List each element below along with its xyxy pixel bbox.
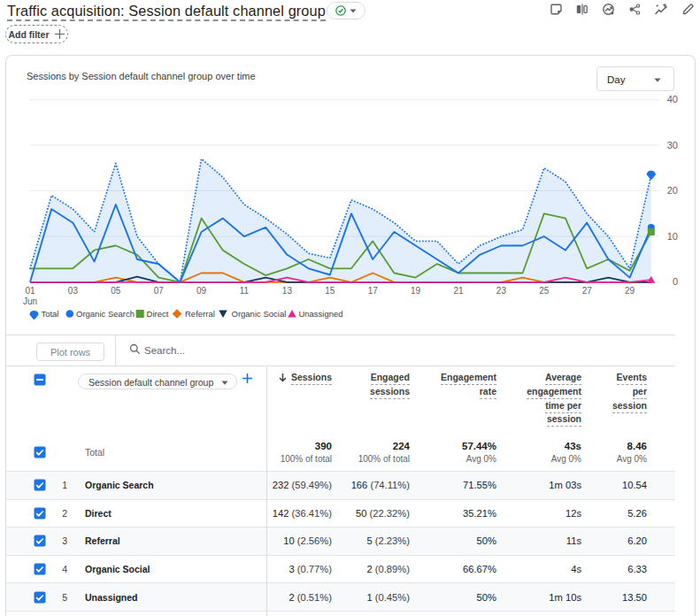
svg-text:19: 19 bbox=[411, 286, 421, 296]
svg-text:Organic Social: Organic Social bbox=[232, 309, 287, 319]
svg-text:11: 11 bbox=[240, 286, 250, 296]
svg-text:Referral: Referral bbox=[185, 309, 215, 319]
svg-text:05: 05 bbox=[111, 286, 121, 296]
svg-text:Organic Search: Organic Search bbox=[76, 309, 135, 319]
svg-text:40: 40 bbox=[667, 94, 678, 104]
svg-text:27: 27 bbox=[582, 286, 593, 296]
svg-text:Direct: Direct bbox=[147, 309, 169, 319]
svg-text:30: 30 bbox=[667, 140, 678, 150]
svg-text:25: 25 bbox=[539, 286, 550, 296]
svg-text:21: 21 bbox=[453, 286, 464, 296]
svg-text:Total: Total bbox=[41, 309, 58, 319]
svg-text:09: 09 bbox=[196, 286, 207, 296]
svg-text:15: 15 bbox=[325, 286, 335, 296]
svg-text:10: 10 bbox=[667, 231, 678, 242]
svg-text:29: 29 bbox=[625, 286, 635, 296]
svg-text:Jun: Jun bbox=[23, 296, 37, 306]
svg-text:0: 0 bbox=[673, 276, 678, 287]
svg-text:17: 17 bbox=[368, 286, 379, 296]
svg-text:20: 20 bbox=[667, 185, 678, 196]
svg-text:13: 13 bbox=[282, 286, 293, 296]
svg-text:07: 07 bbox=[154, 286, 165, 296]
svg-text:03: 03 bbox=[68, 286, 79, 296]
svg-text:01: 01 bbox=[25, 286, 35, 296]
svg-text:23: 23 bbox=[496, 286, 507, 296]
svg-text:Unassigned: Unassigned bbox=[298, 309, 342, 319]
